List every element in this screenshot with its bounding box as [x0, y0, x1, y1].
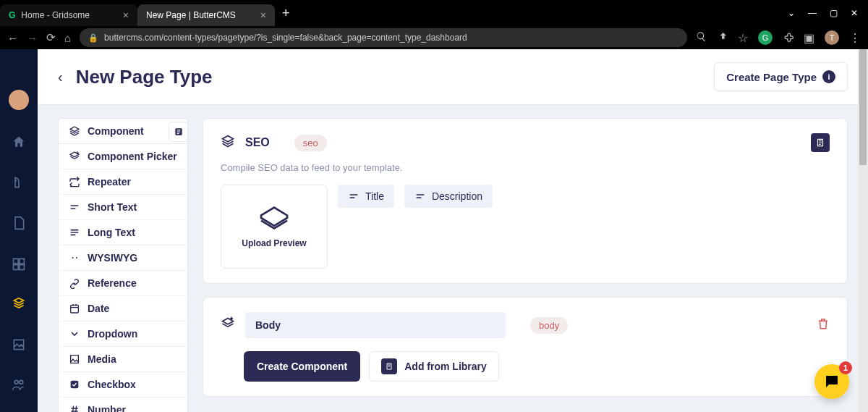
palette-number[interactable]: Number: [59, 398, 187, 412]
scrollbar[interactable]: [858, 49, 868, 412]
palette-label: Component: [88, 125, 144, 137]
link-icon: [69, 277, 80, 289]
library-button-label: Add from Library: [404, 361, 487, 372]
create-component-button[interactable]: Create Component: [244, 351, 360, 382]
close-icon[interactable]: ×: [123, 9, 129, 21]
reload-icon[interactable]: ⟳: [46, 31, 56, 44]
bookmark-icon[interactable]: ☆: [738, 31, 748, 45]
palette-date[interactable]: Date: [59, 296, 187, 321]
media-icon[interactable]: [10, 336, 27, 353]
share-icon[interactable]: [717, 31, 728, 45]
close-window-icon[interactable]: ✕: [851, 8, 858, 18]
field-label: Description: [432, 190, 482, 202]
palette-label: Repeater: [88, 176, 131, 188]
window-controls: ⌄ — ▢ ✕: [788, 8, 868, 18]
upload-preview-box[interactable]: Upload Preview: [221, 185, 328, 269]
palette-component-picker[interactable]: Component Picker: [59, 144, 187, 169]
extensions-icon[interactable]: [783, 31, 793, 45]
collections-icon[interactable]: [10, 255, 27, 272]
image-icon: [69, 353, 80, 365]
home-icon[interactable]: [10, 133, 27, 151]
body-slug-chip: body: [530, 317, 568, 334]
left-rail: [0, 49, 38, 412]
field-palette: Component Component Picker Repeater Shor…: [58, 118, 188, 412]
seo-field-description[interactable]: Description: [404, 185, 493, 208]
content-types-icon[interactable]: [10, 295, 27, 313]
palette-long-text[interactable]: Long Text: [59, 220, 187, 245]
chat-icon: [823, 373, 841, 390]
palette-media[interactable]: Media: [59, 347, 187, 372]
seo-component-card: SEO seo Compile SEO data to feed to your…: [203, 118, 848, 284]
tab-title: Home - Gridsome: [21, 10, 90, 20]
grammarly-extension-icon[interactable]: G: [758, 30, 773, 45]
blog-icon[interactable]: [10, 174, 27, 191]
maximize-icon[interactable]: ▢: [830, 8, 838, 18]
svg-rect-2: [71, 381, 79, 389]
check-icon: [69, 379, 80, 390]
menu-icon[interactable]: ⋮: [849, 31, 861, 45]
chevron-down-icon[interactable]: ⌄: [788, 8, 795, 18]
seo-field-title[interactable]: Title: [338, 185, 394, 208]
palette-short-text[interactable]: Short Text: [59, 195, 187, 220]
chevron-down-icon: [69, 328, 80, 340]
search-icon[interactable]: [696, 31, 707, 45]
field-label: Title: [365, 190, 384, 202]
palette-dropdown[interactable]: Dropdown: [59, 321, 187, 347]
add-from-library-button[interactable]: Add from Library: [369, 351, 499, 382]
trash-icon[interactable]: [817, 317, 830, 333]
hash-icon: [69, 404, 80, 412]
url-text: buttercms.com/content-types/pagetype/?is…: [104, 33, 467, 43]
info-icon: i: [822, 70, 835, 83]
new-tab-button[interactable]: +: [275, 6, 297, 21]
component-name-input[interactable]: [245, 312, 506, 338]
upload-box-icon: [258, 205, 290, 231]
pages-icon[interactable]: [10, 214, 27, 232]
palette-label: Short Text: [88, 201, 137, 213]
tab-title: New Page | ButterCMS: [146, 10, 236, 20]
profile-avatar[interactable]: T: [825, 30, 839, 45]
palette-label: Dropdown: [88, 328, 137, 340]
back-chevron-icon[interactable]: ‹: [58, 69, 63, 85]
forward-icon[interactable]: →: [27, 32, 38, 44]
library-icon[interactable]: [811, 133, 830, 152]
users-icon[interactable]: [10, 377, 27, 394]
create-page-type-button[interactable]: Create Page Type i: [714, 62, 848, 91]
minimize-icon[interactable]: —: [808, 8, 817, 18]
palette-label: Checkbox: [88, 379, 136, 390]
page-header: ‹ New Page Type Create Page Type i: [38, 49, 868, 105]
user-avatar[interactable]: [9, 90, 29, 110]
calendar-icon: [69, 303, 80, 314]
address-bar[interactable]: 🔒 buttercms.com/content-types/pagetype/?…: [80, 28, 687, 47]
close-icon[interactable]: ×: [260, 9, 266, 21]
back-icon[interactable]: ←: [7, 32, 18, 44]
intercom-chat-button[interactable]: 1: [814, 364, 849, 399]
palette-component[interactable]: Component: [59, 119, 187, 144]
palette-checkbox[interactable]: Checkbox: [59, 372, 187, 398]
create-button-label: Create Page Type: [726, 71, 817, 83]
palette-label: Component Picker: [88, 151, 177, 162]
palette-wysiwyg[interactable]: WYSIWYG: [59, 245, 187, 271]
layers-plus-icon: [221, 316, 235, 334]
seo-description: Compile SEO data to feed to your templat…: [221, 162, 830, 173]
browser-tab-gridsome[interactable]: G Home - Gridsome ×: [0, 4, 137, 26]
gridsome-favicon: G: [9, 10, 15, 20]
short-text-icon: [414, 190, 426, 202]
panel-icon[interactable]: ▣: [804, 31, 814, 45]
chat-unread-badge: 1: [839, 361, 852, 374]
palette-reference[interactable]: Reference: [59, 271, 187, 296]
palette-repeater[interactable]: Repeater: [59, 169, 187, 195]
layers-icon: [69, 125, 80, 137]
library-icon[interactable]: [169, 122, 188, 142]
browser-tab-buttercms[interactable]: New Page | ButterCMS ×: [137, 4, 275, 26]
layers-icon: [221, 134, 235, 151]
quote-icon: [69, 252, 80, 264]
upload-label: Upload Preview: [242, 238, 306, 248]
short-text-icon: [69, 201, 80, 213]
palette-label: Reference: [88, 277, 137, 289]
palette-label: Long Text: [88, 227, 135, 238]
layers-plus-icon: [69, 151, 80, 162]
palette-label: Number: [88, 404, 126, 412]
canvas: SEO seo Compile SEO data to feed to your…: [203, 118, 848, 412]
body-component-card: body Create Component Add from Library: [203, 297, 848, 397]
home-icon[interactable]: ⌂: [64, 32, 71, 44]
